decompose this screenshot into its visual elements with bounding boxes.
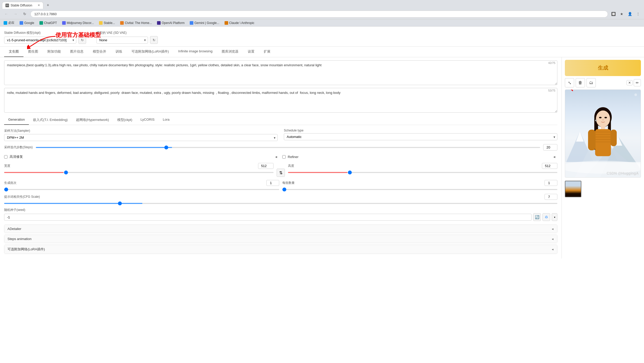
- bing-favicon: [4, 21, 7, 25]
- adetailer-header[interactable]: ADetailer ◄: [4, 225, 557, 233]
- claude-favicon: [225, 21, 228, 25]
- positive-prompt-textarea[interactable]: masterpiece,(best quality:1.3),ultra hig…: [4, 60, 557, 85]
- close-btn[interactable]: ✕: [626, 80, 633, 85]
- sampler-select[interactable]: DPM++ 2M Euler a Euler DDIM: [4, 134, 278, 141]
- batch-size-label: 每批数量: [282, 181, 295, 185]
- cfg-label: 提示词相关性(CFG Scale): [4, 195, 40, 199]
- profile-icon[interactable]: 👤: [626, 11, 633, 17]
- tab-gallery[interactable]: 图库浏览器: [217, 47, 243, 57]
- section-tab-generation[interactable]: Generation: [4, 116, 29, 125]
- thumbnail-1[interactable]: [565, 181, 581, 197]
- swap-size-btn[interactable]: ⇅: [277, 169, 285, 177]
- settings-menu-icon[interactable]: ⋮: [635, 11, 641, 17]
- edit-pencil-btn[interactable]: ✏: [634, 79, 641, 86]
- bookmark-claude[interactable]: Claude \ Anthropic: [224, 21, 255, 25]
- vae-select[interactable]: None: [96, 37, 148, 44]
- seed-input[interactable]: [4, 214, 532, 221]
- bookmark-google[interactable]: Google: [19, 21, 35, 25]
- refiner-collapse-btn[interactable]: ◄: [551, 154, 557, 160]
- steps-slider[interactable]: [36, 147, 540, 148]
- model-refresh-btn[interactable]: ↻: [78, 36, 86, 44]
- width-label: 宽度: [4, 164, 10, 168]
- tab-close-btn[interactable]: ✕: [38, 4, 40, 7]
- nav-tabs: 文生图 图生图 附加功能 图片信息 模型合并 训练 可选附加网络(LoRA插件)…: [0, 47, 644, 57]
- batch-count-input[interactable]: [266, 180, 279, 186]
- new-tab-btn[interactable]: +: [44, 2, 52, 9]
- tab-bar: SD Stable Diffusion ✕ +: [0, 0, 644, 9]
- bookmark-civitai[interactable]: Civitai: The Home...: [119, 21, 153, 25]
- tab-txt2img[interactable]: 文生图: [4, 47, 23, 57]
- back-btn[interactable]: ←: [3, 10, 10, 18]
- refiner-checkbox[interactable]: [282, 155, 286, 159]
- seed-random-btn[interactable]: ♻: [542, 213, 550, 221]
- url-box[interactable]: 127.0.0.1:7860: [30, 11, 608, 18]
- section-tab-lora[interactable]: Lora: [159, 116, 174, 125]
- positive-prompt-counter: 42/75: [548, 61, 555, 64]
- forward-btn[interactable]: →: [12, 10, 19, 18]
- chatgpt-favicon: [39, 21, 43, 25]
- zip-btn[interactable]: 🗂: [587, 78, 596, 87]
- tab-img2img[interactable]: 图生图: [23, 47, 43, 57]
- bookmark-claude-label: Claude \ Anthropic: [229, 21, 254, 25]
- hd-fix-collapse-btn[interactable]: ◄: [273, 154, 279, 160]
- vae-label: 模型的 VAE (SD VAE): [96, 31, 158, 35]
- trash-btn[interactable]: 🗑: [576, 78, 585, 87]
- tab-imginfo[interactable]: 图片信息: [65, 47, 88, 57]
- section-tab-ckpt[interactable]: 模型(ckpt): [113, 116, 137, 125]
- model-select[interactable]: v1-5-pruned-emaonly.ckpt [cc6cb27103]: [4, 37, 76, 44]
- bookmark-icon[interactable]: ★: [618, 11, 625, 17]
- resize-btn[interactable]: ⤡: [565, 78, 574, 87]
- width-input[interactable]: [258, 163, 274, 169]
- generated-image: ⊕: [565, 90, 641, 177]
- tab-extras[interactable]: 附加功能: [43, 47, 65, 57]
- reload-btn[interactable]: ↻: [21, 10, 28, 18]
- sampler-label: 采样方法(Sampler): [4, 129, 278, 133]
- height-input[interactable]: [542, 163, 557, 169]
- seed-recycle-btn[interactable]: 🔄: [533, 213, 541, 221]
- steps-input[interactable]: [543, 144, 557, 151]
- steps-animation-header[interactable]: Steps animation ◄: [4, 235, 557, 243]
- batch-size-slider[interactable]: [282, 189, 557, 190]
- cfg-input[interactable]: [544, 194, 557, 200]
- width-slider[interactable]: [4, 172, 274, 173]
- refiner-row: Refiner ◄: [282, 154, 557, 160]
- svg-rect-22: [595, 134, 611, 135]
- model-select-row: v1-5-pruned-emaonly.ckpt [cc6cb27103] ↻: [4, 36, 86, 44]
- image-expand-btn[interactable]: ⊕: [633, 92, 639, 97]
- vae-refresh-btn[interactable]: ↻: [150, 36, 158, 44]
- extensions-icon[interactable]: 🔲: [610, 11, 617, 17]
- tab-imgbrowse[interactable]: Infinite image browsing: [174, 47, 217, 57]
- lora-header[interactable]: 可选附加网络(LoRA插件) ◄: [4, 245, 557, 254]
- cfg-slider[interactable]: [4, 203, 557, 204]
- generate-btn[interactable]: 生成: [565, 60, 641, 76]
- sampler-col: 采样方法(Sampler) DPM++ 2M Euler a Euler DDI…: [4, 129, 278, 141]
- tab-train[interactable]: 训练: [111, 47, 127, 57]
- section-tab-hypernetwork[interactable]: 超网络(Hypernetwork): [72, 116, 113, 125]
- bookmark-openai[interactable]: OpenAI Platform: [156, 21, 186, 25]
- active-tab[interactable]: SD Stable Diffusion ✕: [2, 2, 43, 9]
- seed-row: 随机种子(seed) 🔄 ♻ ▾: [4, 208, 557, 221]
- tab-lora[interactable]: 可选附加网络(LoRA插件): [127, 47, 174, 57]
- bookmark-stable[interactable]: Stable...: [98, 21, 116, 25]
- tab-extensions[interactable]: 扩展: [259, 47, 275, 57]
- height-slider[interactable]: [288, 172, 557, 173]
- bookmark-chatgpt[interactable]: ChatGPT: [38, 21, 58, 25]
- sampler-select-wrapper: DPM++ 2M Euler a Euler DDIM: [4, 134, 278, 141]
- negative-prompt-textarea[interactable]: nsfw, mutated hands and fingers, deforme…: [4, 88, 557, 113]
- svg-point-18: [595, 120, 597, 121]
- tab-settings[interactable]: 设置: [243, 47, 259, 57]
- height-label: 高度: [288, 164, 294, 168]
- tab-merge[interactable]: 模型合并: [88, 47, 111, 57]
- batch-count-slider[interactable]: [4, 189, 279, 190]
- hd-fix-row: 高清修复 ◄: [4, 154, 279, 160]
- seed-extra-btn[interactable]: ▾: [552, 213, 557, 221]
- bookmark-gemini[interactable]: Gemini | Google...: [189, 21, 220, 25]
- section-tab-lycoris[interactable]: LyCORIS: [136, 116, 159, 125]
- sampler-schedule-row: 采样方法(Sampler) DPM++ 2M Euler a Euler DDI…: [4, 129, 557, 141]
- schedule-select[interactable]: Automatic Karras Exponential: [284, 133, 557, 140]
- hd-fix-checkbox[interactable]: [4, 155, 7, 159]
- bookmark-bing[interactable]: 必应: [3, 20, 15, 26]
- section-tab-embedding[interactable]: 嵌入式(T.I. Embedding): [29, 116, 72, 125]
- batch-size-input[interactable]: [544, 180, 557, 186]
- bookmark-midjourney[interactable]: Midjourney Discor...: [61, 21, 95, 25]
